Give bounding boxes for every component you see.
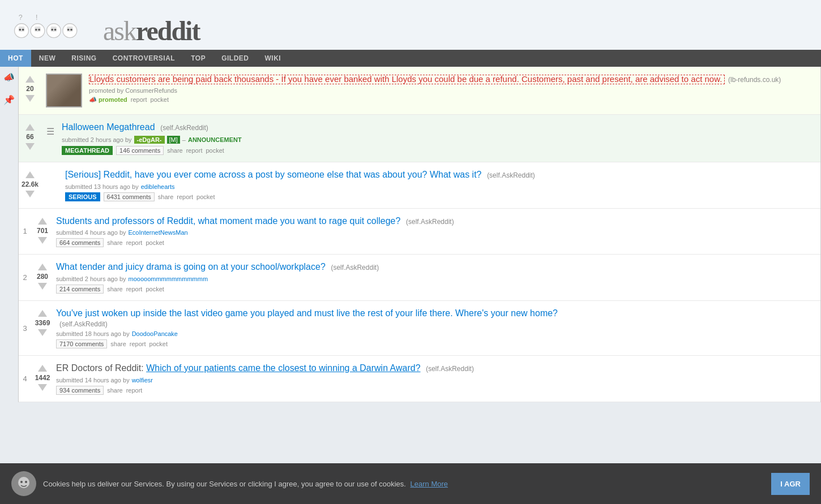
report-link-1[interactable]: report bbox=[186, 147, 203, 154]
report-link-0[interactable]: report bbox=[131, 96, 147, 103]
share-link-5[interactable]: share bbox=[110, 341, 126, 347]
vote-area-1: 66 bbox=[19, 119, 41, 157]
score-0: 20 bbox=[26, 85, 33, 93]
pocket-link-2[interactable]: pocket bbox=[196, 193, 215, 200]
megathread-tag: MEGATHREAD bbox=[62, 146, 113, 155]
rank-3: 1 bbox=[19, 213, 31, 250]
nav-wiki[interactable]: WIKI bbox=[257, 50, 289, 67]
nav-gilded[interactable]: GILDED bbox=[213, 50, 256, 67]
upvote-3[interactable] bbox=[38, 218, 47, 225]
post-title-0[interactable]: Lloyds customers are being paid back tho… bbox=[89, 74, 722, 84]
comments-btn-6[interactable]: 934 comments bbox=[56, 386, 104, 395]
report-link-6[interactable]: report bbox=[126, 387, 143, 394]
post-title-3[interactable]: Students and professors of Reddit, what … bbox=[56, 216, 400, 226]
nav-rising[interactable]: RISING bbox=[63, 50, 104, 67]
comments-btn-4[interactable]: 214 comments bbox=[56, 285, 104, 294]
downvote-1[interactable] bbox=[25, 143, 35, 150]
username-4[interactable]: mooooommmmmmmmmmm bbox=[129, 275, 208, 282]
svg-point-16 bbox=[67, 29, 70, 31]
downvote-5[interactable] bbox=[38, 329, 47, 336]
upvote-6[interactable] bbox=[38, 365, 47, 372]
report-link-5[interactable]: report bbox=[130, 341, 146, 347]
username-6[interactable]: wolfiesr bbox=[132, 377, 153, 384]
post-actions-3: 664 comments share report pocket bbox=[56, 238, 816, 247]
megaphone-icon: 📣 bbox=[3, 71, 15, 83]
comments-btn-2[interactable]: 6431 comments bbox=[104, 192, 155, 201]
post-actions-6: 934 comments share report bbox=[56, 386, 816, 395]
snoo-logo: ? ! bbox=[7, 5, 109, 50]
share-link-6[interactable]: share bbox=[107, 387, 123, 394]
post-actions-1: MEGATHREAD 146 comments share report poc… bbox=[62, 146, 816, 155]
post-meta-4: submitted 2 hours ago by mooooommmmmmmmm… bbox=[56, 275, 816, 282]
share-link-4[interactable]: share bbox=[107, 286, 123, 292]
nav-new[interactable]: NEW bbox=[31, 50, 64, 67]
username-tag-1: -eDgAR- bbox=[134, 136, 165, 144]
share-link-1[interactable]: share bbox=[167, 147, 183, 154]
post-meta-2: submitted 13 hours ago by ediblehearts bbox=[65, 183, 816, 190]
report-link-3[interactable]: report bbox=[126, 239, 143, 246]
svg-point-7 bbox=[35, 29, 37, 31]
downvote-2[interactable] bbox=[25, 191, 35, 197]
username-3[interactable]: EcoInternetNewsMan bbox=[129, 229, 188, 236]
comments-btn-5[interactable]: 7170 comments bbox=[56, 339, 107, 348]
post-meta-0: promoted by ConsumerRefunds bbox=[89, 87, 816, 94]
post-meta-3: submitted 4 hours ago by EcoInternetNews… bbox=[56, 229, 816, 236]
pocket-link-1[interactable]: pocket bbox=[206, 147, 224, 154]
post-title-5[interactable]: You've just woken up inside the last vid… bbox=[56, 308, 558, 318]
nav-hot[interactable]: HOT bbox=[0, 50, 31, 67]
svg-point-13 bbox=[54, 29, 57, 31]
rank-6: 4 bbox=[19, 360, 31, 397]
upvote-4[interactable] bbox=[38, 264, 47, 270]
upvote-5[interactable] bbox=[38, 310, 47, 317]
svg-point-17 bbox=[70, 29, 72, 31]
vote-area-6: 1442 bbox=[31, 360, 54, 397]
downvote-4[interactable] bbox=[38, 283, 47, 290]
username-2[interactable]: ediblehearts bbox=[141, 183, 175, 190]
submitted-label-1: submitted 2 hours ago by bbox=[62, 136, 132, 143]
upvote-0[interactable] bbox=[25, 76, 35, 83]
post-domain-1: (self.AskReddit) bbox=[160, 124, 208, 132]
report-link-4[interactable]: report bbox=[126, 286, 143, 292]
upvote-1[interactable] bbox=[25, 124, 35, 131]
mod-tag-1: [M] bbox=[167, 136, 180, 144]
report-link-2[interactable]: report bbox=[177, 193, 193, 200]
post-domain-3: (self.AskReddit) bbox=[406, 218, 454, 226]
main-content: 📣 📌 20 Lloyds customers are being paid b… bbox=[0, 67, 821, 402]
post-meta-5: submitted 18 hours ago by DoodooPancake bbox=[56, 330, 816, 337]
score-3: 701 bbox=[37, 227, 48, 235]
post-content-0: Lloyds customers are being paid back tho… bbox=[87, 71, 820, 110]
post-title-1[interactable]: Halloween Megathread bbox=[62, 122, 155, 132]
post-title-2[interactable]: [Serious] Reddit, have you ever come acr… bbox=[65, 170, 482, 179]
post-title-4[interactable]: What tender and juicy drama is going on … bbox=[56, 262, 326, 272]
nav-controversial[interactable]: CONTROVERSIAL bbox=[105, 50, 183, 67]
post-title-prefix-6: ER Doctors of Reddit: bbox=[56, 363, 146, 373]
share-link-3[interactable]: share bbox=[107, 239, 123, 246]
post-actions-2: SERIOUS 6431 comments share report pocke… bbox=[65, 192, 816, 201]
post-item-5: 3 3369 You've just woken up inside the l… bbox=[19, 301, 820, 356]
post-meta-1: submitted 2 hours ago by -eDgAR- [M] – A… bbox=[62, 136, 816, 144]
list-icon: ☰ bbox=[46, 126, 54, 137]
post-actions-5: 7170 comments share report pocket bbox=[56, 339, 816, 348]
post-actions-0: 📣 promoted report pocket bbox=[89, 96, 816, 104]
pocket-link-5[interactable]: pocket bbox=[149, 341, 168, 347]
submitted-label-5: submitted 18 hours ago by bbox=[56, 330, 130, 337]
username-5[interactable]: DoodooPancake bbox=[132, 330, 178, 337]
logo-reddit: reddit bbox=[136, 16, 199, 46]
downvote-0[interactable] bbox=[25, 95, 35, 102]
post-title-6[interactable]: Which of your patients came the closest … bbox=[146, 363, 420, 373]
downvote-3[interactable] bbox=[38, 237, 47, 244]
downvote-6[interactable] bbox=[38, 384, 47, 391]
share-link-2[interactable]: share bbox=[158, 193, 174, 200]
post-actions-4: 214 comments share report pocket bbox=[56, 285, 816, 294]
pocket-link-3[interactable]: pocket bbox=[146, 239, 164, 246]
post-item-megathread: 66 ☰ Halloween Megathread (self.AskReddi… bbox=[19, 115, 820, 162]
upvote-2[interactable] bbox=[25, 171, 35, 178]
post-domain-4: (self.AskReddit) bbox=[331, 264, 379, 272]
pocket-link-4[interactable]: pocket bbox=[146, 286, 164, 292]
pocket-link-0[interactable]: pocket bbox=[151, 96, 169, 103]
submitted-label-3: submitted 4 hours ago by bbox=[56, 229, 126, 236]
comments-btn-1[interactable]: 146 comments bbox=[116, 146, 164, 155]
comments-btn-3[interactable]: 664 comments bbox=[56, 238, 104, 247]
post-domain-0: (lb-refunds.co.uk) bbox=[728, 76, 781, 84]
nav-top[interactable]: TOP bbox=[183, 50, 213, 67]
